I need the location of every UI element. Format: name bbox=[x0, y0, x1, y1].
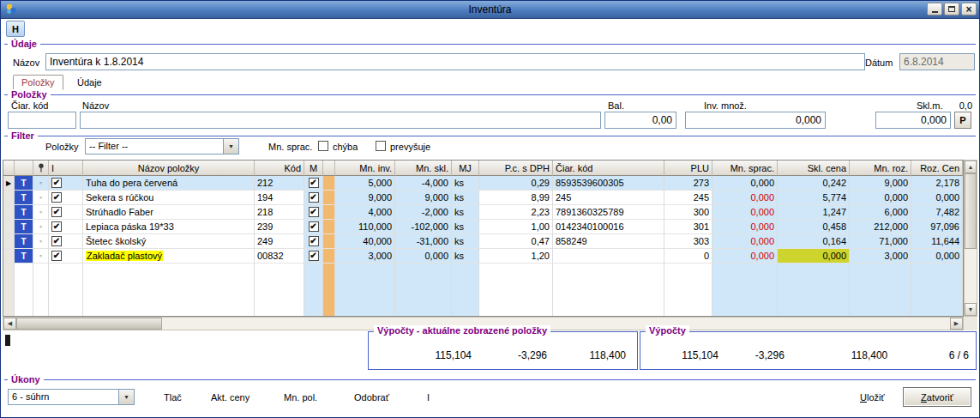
cell-plu[interactable]: 303 bbox=[664, 234, 712, 249]
scroll-down-icon[interactable]: ▼ bbox=[965, 303, 977, 316]
col-header-sel[interactable] bbox=[3, 161, 15, 176]
cell-plu[interactable]: 273 bbox=[664, 176, 712, 191]
cell-sprac[interactable]: 0,000 bbox=[712, 249, 778, 264]
cell-plu[interactable]: 301 bbox=[664, 220, 712, 234]
col-header-mn_inv[interactable]: Mn. inv. bbox=[335, 161, 395, 176]
cell-roz_cen[interactable]: 0,000 bbox=[911, 191, 963, 205]
cell-m[interactable]: ✔ bbox=[304, 220, 323, 234]
cell-m[interactable]: ✔ bbox=[304, 234, 323, 249]
titlebar[interactable]: Inventúra × bbox=[1, 1, 979, 19]
cell-ciar[interactable]: 8593539600305 bbox=[553, 176, 664, 191]
col-header-t[interactable] bbox=[15, 161, 33, 176]
cell-m[interactable]: ✔ bbox=[304, 205, 323, 220]
cell-roz_cen[interactable]: 2,178 bbox=[911, 176, 963, 191]
col-header-plu[interactable]: PLU bbox=[664, 161, 712, 176]
cell-roz_cen[interactable]: 7,482 bbox=[911, 205, 963, 220]
cell-i[interactable]: ✔ bbox=[49, 249, 83, 264]
cell-mj[interactable]: ks bbox=[452, 176, 479, 191]
cell-kod[interactable]: 249 bbox=[255, 234, 304, 249]
cell-sprac[interactable]: 0,000 bbox=[712, 176, 778, 191]
cell-mj[interactable]: ks bbox=[452, 234, 479, 249]
ukony-dropdown-arrow-icon[interactable]: ▼ bbox=[118, 390, 134, 404]
row-marker-icon[interactable]: ◦ bbox=[33, 220, 49, 234]
row-checkbox[interactable]: ✔ bbox=[51, 236, 62, 246]
vertical-scrollbar[interactable]: ▲ ▼ bbox=[964, 160, 977, 317]
cell-roz_cen[interactable]: 11,644 bbox=[911, 234, 963, 249]
cell-mn_skl[interactable]: 0,000 bbox=[395, 249, 452, 264]
cell-mn_roz[interactable]: 0,000 bbox=[850, 191, 911, 205]
col-header-roz_cen[interactable]: Roz. Cen bbox=[911, 161, 963, 176]
cell-mn_inv[interactable]: 110,000 bbox=[335, 220, 395, 234]
cell-mn_skl[interactable]: -31,000 bbox=[395, 234, 452, 249]
cell-flag[interactable] bbox=[323, 249, 335, 264]
cell-flag[interactable] bbox=[323, 220, 335, 234]
col-header-pin[interactable] bbox=[33, 161, 49, 176]
cell-flag[interactable] bbox=[323, 234, 335, 249]
cell-sprac[interactable]: 0,000 bbox=[712, 220, 778, 234]
cell-t[interactable]: T bbox=[15, 205, 33, 220]
tab-udaje[interactable]: Údaje bbox=[69, 75, 110, 90]
col-header-kod[interactable]: Kód bbox=[255, 161, 304, 176]
cell-i[interactable]: ✔ bbox=[49, 176, 83, 191]
cell-ciar[interactable]: 7891360325789 bbox=[553, 205, 664, 220]
cell-pc[interactable]: 2,23 bbox=[479, 205, 553, 220]
col-header-i[interactable]: I bbox=[49, 161, 83, 176]
row-marker-icon[interactable]: ◦ bbox=[33, 205, 49, 220]
cell-mn_roz[interactable]: 71,000 bbox=[850, 234, 911, 249]
col-header-ciar[interactable]: Čiar. kód bbox=[553, 161, 664, 176]
prevysuje-checkbox[interactable] bbox=[376, 141, 386, 151]
cell-i[interactable]: ✔ bbox=[49, 234, 83, 249]
i-button[interactable]: I bbox=[427, 392, 430, 403]
cell-mn_roz[interactable]: 3,000 bbox=[850, 249, 911, 264]
table-row[interactable]: T◦✔Sekera s rúčkou194✔9,0009,000ks8,9924… bbox=[3, 191, 963, 205]
cell-kod[interactable]: 212 bbox=[255, 176, 304, 191]
cell-mn_inv[interactable]: 9,000 bbox=[335, 191, 395, 205]
cell-mn_skl[interactable]: -102,000 bbox=[395, 220, 452, 234]
cell-pc[interactable]: 8,99 bbox=[479, 191, 553, 205]
cell-nazov[interactable]: Zakladač plastový bbox=[83, 249, 255, 264]
col-header-flag[interactable] bbox=[323, 161, 335, 176]
cell-sel[interactable] bbox=[3, 205, 15, 220]
cell-mn_inv[interactable]: 5,000 bbox=[335, 176, 395, 191]
cell-pc[interactable]: 0,29 bbox=[479, 176, 553, 191]
chyba-checkbox[interactable] bbox=[318, 141, 328, 151]
cell-i[interactable]: ✔ bbox=[49, 191, 83, 205]
cell-ciar[interactable]: 245 bbox=[553, 191, 664, 205]
col-header-mj[interactable]: MJ bbox=[452, 161, 479, 176]
cell-m[interactable]: ✔ bbox=[304, 191, 323, 205]
cell-mn_roz[interactable]: 6,000 bbox=[850, 205, 911, 220]
cell-flag[interactable] bbox=[323, 176, 335, 191]
cell-skl_cena[interactable]: 1,247 bbox=[778, 205, 850, 220]
filter-dropdown-arrow-icon[interactable]: ▼ bbox=[223, 139, 238, 154]
table-row[interactable]: T◦✔Strúhadlo Faber218✔4,000-2,000ks2,237… bbox=[3, 205, 963, 220]
cell-mn_skl[interactable]: 9,000 bbox=[395, 191, 452, 205]
h-button[interactable]: H bbox=[6, 21, 25, 37]
cell-kod[interactable]: 218 bbox=[255, 205, 304, 220]
cell-skl_cena[interactable]: 0,000 bbox=[778, 249, 850, 264]
cell-plu[interactable]: 245 bbox=[664, 191, 712, 205]
col-header-mn_roz[interactable]: Mn. roz. bbox=[850, 161, 911, 176]
sklm-input[interactable]: 0,000 bbox=[875, 112, 951, 129]
cell-mn_inv[interactable]: 3,000 bbox=[335, 249, 395, 264]
cell-kod[interactable]: 194 bbox=[255, 191, 304, 205]
cell-mj[interactable]: ks bbox=[452, 220, 479, 234]
cell-mn_inv[interactable]: 4,000 bbox=[335, 205, 395, 220]
cell-nazov[interactable]: Lepiaca páska 19*33 bbox=[83, 220, 255, 234]
m-checkbox[interactable]: ✔ bbox=[309, 221, 319, 232]
cell-pc[interactable]: 1,00 bbox=[479, 220, 553, 234]
m-checkbox[interactable]: ✔ bbox=[309, 178, 319, 188]
horizontal-scrollbar-thumb[interactable] bbox=[16, 318, 162, 330]
close-form-button[interactable]: Zatvoriť bbox=[903, 387, 971, 407]
cell-mj[interactable]: ks bbox=[452, 205, 479, 220]
cell-mn_roz[interactable]: 212,000 bbox=[850, 220, 911, 234]
cell-sel[interactable] bbox=[3, 249, 15, 264]
m-checkbox[interactable]: ✔ bbox=[309, 207, 319, 217]
cell-t[interactable]: T bbox=[15, 176, 33, 191]
cell-m[interactable]: ✔ bbox=[304, 249, 323, 264]
nazov-input[interactable]: Inventúra k 1.8.2014 bbox=[45, 53, 865, 70]
row-marker-icon[interactable]: ◦ bbox=[33, 191, 49, 205]
cell-kod[interactable]: 239 bbox=[255, 220, 304, 234]
row-marker-icon[interactable]: ◦ bbox=[33, 176, 49, 191]
cell-pc[interactable]: 1,20 bbox=[479, 249, 553, 264]
cell-plu[interactable]: 0 bbox=[664, 249, 712, 264]
